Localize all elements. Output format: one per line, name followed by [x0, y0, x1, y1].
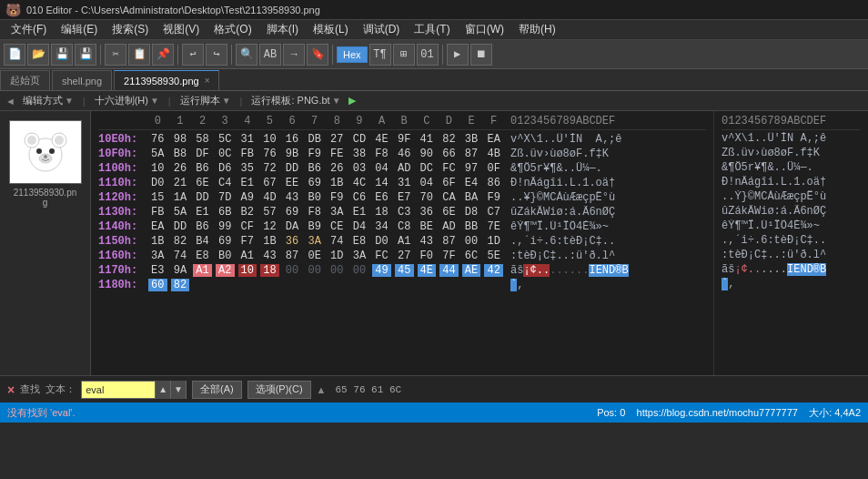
- title-text: 010 Editor - C:\Users\Administrator\Desk…: [26, 5, 320, 15]
- save-all-button[interactable]: 💾: [75, 44, 96, 66]
- ascii-panel: 0123456789ABCDEF v^X\1..Û'ÍN A‚;ê Zß.üv›…: [713, 111, 868, 375]
- menu-file[interactable]: 文件(F): [4, 20, 54, 39]
- ascii-row: ..Ý}©MCÁùÆæçpÊ°ù: [722, 190, 861, 205]
- ascii-row: v^X\1..Û'ÍN A‚;ê: [722, 132, 861, 147]
- table-row: 1180h: 60 82 `,: [98, 278, 706, 292]
- menu-format[interactable]: 格式(O): [207, 20, 258, 39]
- edit-mode-label: 编辑方式: [23, 94, 63, 107]
- table-row: 1130h: FB5AE16BB25769F83AE118C3366ED8C7 …: [98, 205, 706, 219]
- ascii-row: êÝ¶™Ï.Ú¹ÎÔ4È¾­»~: [722, 219, 861, 234]
- sep4: [332, 45, 333, 65]
- grid-view-button[interactable]: ⊞: [393, 44, 415, 66]
- menu-tools[interactable]: 工具(T): [407, 20, 457, 39]
- edit-mode-item[interactable]: 编辑方式 ▼: [19, 93, 77, 108]
- hex-view-button[interactable]: Hex: [337, 46, 368, 63]
- sep5: [442, 45, 443, 65]
- hex-header: 01 23 45 67 89 AB CD EF 0123456789ABCDEF: [98, 115, 706, 130]
- search-input[interactable]: [82, 382, 155, 398]
- table-row: 1170h: E3 9A A1 A2 10 18 00 00 00 00 49 …: [98, 263, 706, 278]
- bin-view-button[interactable]: 01: [417, 44, 439, 66]
- run-script-item[interactable]: 运行脚本 ▼: [177, 93, 235, 108]
- save-button[interactable]: 💾: [51, 44, 73, 66]
- title-icon: 🐻: [5, 3, 21, 17]
- sep2: [177, 45, 178, 65]
- text-view-button[interactable]: T¶: [369, 44, 391, 66]
- tab-shell[interactable]: shell.png: [52, 70, 112, 90]
- toolbar: 📄 📂 💾 💾 ✂ 📋 📌 ↩ ↪ 🔍 AB → 🔖 Hex T¶ ⊞ 01 ▶…: [0, 40, 868, 69]
- copy-button[interactable]: 📋: [128, 44, 150, 66]
- run-template-item[interactable]: 运行模板: PNG.bt ▼: [247, 93, 344, 108]
- menu-view[interactable]: 视图(V): [156, 20, 207, 39]
- replace-button[interactable]: AB: [259, 44, 281, 66]
- table-row: 1100h: 1026B6D63572DDB6260304ADDCFC970F …: [98, 161, 706, 176]
- search-arrow-icon: ▲: [317, 384, 327, 395]
- search-next-button[interactable]: ▼: [170, 381, 186, 399]
- ascii-header: 0123456789ABCDEF: [503, 115, 706, 127]
- run-script-arrow: ▼: [222, 96, 231, 106]
- ascii-row: ûZákÂWiø:á.Ã6nØÇ: [722, 205, 861, 219]
- menu-debug[interactable]: 调试(D): [356, 20, 408, 39]
- ascii-row: &¶Ö5r¥¶&..­Ü¼—.: [722, 161, 861, 176]
- size-info: 大小: 4,4A2: [809, 407, 861, 418]
- hex-panel[interactable]: 01 23 45 67 89 AB CD EF 0123456789ABCDEF…: [91, 111, 713, 375]
- sep3: [231, 45, 232, 65]
- menu-script[interactable]: 脚本(I): [259, 20, 306, 39]
- offset-header: [98, 115, 148, 127]
- search-select-button[interactable]: 选项(P)(C): [247, 381, 311, 399]
- search-close-button[interactable]: ×: [7, 382, 15, 397]
- bookmark-button[interactable]: 🔖: [307, 44, 328, 66]
- main-content: 2113958930.png 01 23 45 67 89 AB CD EF 0…: [0, 111, 868, 375]
- new-button[interactable]: 📄: [4, 44, 25, 66]
- tab-main-label: 2113958930.png: [124, 76, 199, 87]
- menu-help[interactable]: 帮助(H): [511, 20, 563, 39]
- menu-search[interactable]: 搜索(S): [105, 20, 156, 39]
- tab-start[interactable]: 起始页: [0, 70, 50, 90]
- menu-template[interactable]: 模板(L): [306, 20, 356, 39]
- redo-button[interactable]: ↪: [206, 44, 227, 66]
- hex-mode-label: 十六进制(H): [95, 94, 148, 107]
- ascii-row: Ð!nÄágîi.L.1.oä†: [722, 176, 861, 190]
- tab-shell-label: shell.png: [62, 76, 102, 87]
- not-found-message: 没有找到 'eval'.: [7, 406, 76, 420]
- open-button[interactable]: 📂: [27, 44, 49, 66]
- table-row: 1110h: D0216EC4E167EE691B4C1431046FE486 …: [98, 176, 706, 190]
- goto-button[interactable]: →: [283, 44, 305, 66]
- cut-button[interactable]: ✂: [105, 44, 126, 66]
- svg-point-5: [36, 148, 42, 154]
- search-find-label: 查找: [20, 382, 40, 396]
- paste-button[interactable]: 📌: [152, 44, 174, 66]
- run-script-label: 运行脚本: [180, 94, 220, 107]
- table-row: 1140h: EADDB699CF12DAB9CED434C8BEADBB7E …: [98, 219, 706, 234]
- table-row: 1120h: 151ADD7DA94D43B0F9C6E6E770CABAF9 …: [98, 190, 706, 205]
- tab-close-icon[interactable]: ×: [205, 76, 210, 86]
- ascii-row: .,´i÷.6:tèÐ¡C‡..: [722, 234, 861, 249]
- table-row: 1150h: 1B82B469F71B363A74E8D0A14387001D …: [98, 234, 706, 249]
- tabs-bar: 起始页 shell.png 2113958930.png ×: [0, 69, 868, 91]
- svg-point-6: [49, 148, 55, 154]
- tab-start-label: 起始页: [10, 74, 40, 87]
- bear-svg: [18, 127, 73, 178]
- menu-edit[interactable]: 编辑(E): [54, 20, 105, 39]
- status-info: Pos: 0 https://blog.csdn.net/mochu777777…: [597, 406, 861, 420]
- search-hex-value: 65 76 61 6C: [336, 384, 402, 395]
- ascii-row: ãš¡¢......IEND®B: [722, 263, 861, 278]
- sub-tb-arrow-left: ◄: [5, 96, 15, 107]
- run-template-label: 运行模板: PNG.bt: [251, 94, 329, 107]
- find-button[interactable]: 🔍: [236, 44, 257, 66]
- run-template-arrow: ▼: [332, 96, 341, 106]
- run-icon[interactable]: ▶: [348, 95, 356, 107]
- undo-button[interactable]: ↩: [182, 44, 204, 66]
- ascii-row: `,: [722, 278, 861, 292]
- table-row: 10F0h: 5AB8DF0CFB769BF9FE38F8469066874B …: [98, 147, 706, 161]
- stop-button[interactable]: ⏹: [470, 44, 492, 66]
- menu-window[interactable]: 窗口(W): [458, 20, 511, 39]
- hex-mode-item[interactable]: 十六进制(H) ▼: [91, 93, 163, 108]
- search-prev-button[interactable]: ▲: [155, 381, 170, 399]
- url-label: https://blog.csdn.net/mochu7777777: [637, 407, 798, 418]
- search-all-button[interactable]: 全部(A): [192, 381, 242, 399]
- tab-main[interactable]: 2113958930.png ×: [114, 70, 219, 90]
- search-bar: × 查找 文本： ▲ ▼ 全部(A) 选项(P)(C) ▲ 65 76 61 6…: [0, 375, 868, 403]
- run-button[interactable]: ▶: [447, 44, 469, 66]
- ascii-row: :tèÐ¡C‡..:ü'ð.l^: [722, 249, 861, 263]
- table-row: 10E0h: 7698585C311016DB27CD4E9F41823BEA …: [98, 132, 706, 147]
